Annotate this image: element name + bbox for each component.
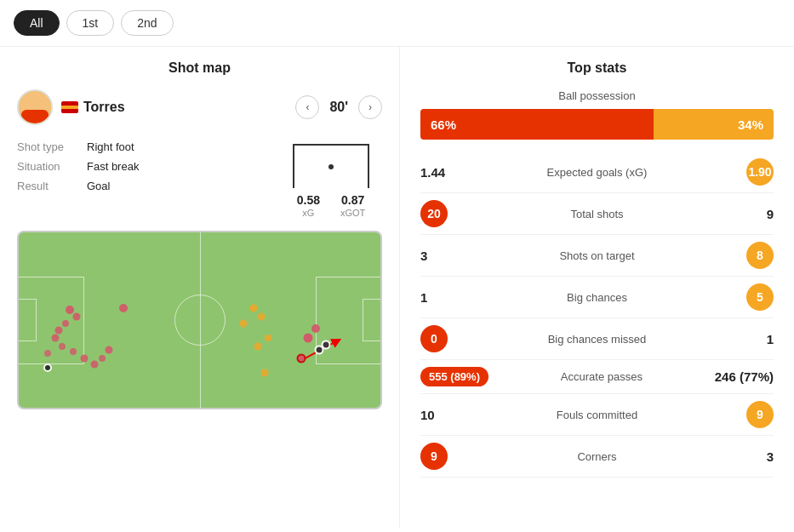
shot-dot	[265, 335, 271, 341]
player-info: Torres	[17, 89, 125, 125]
stat-row: 0Big chances missed1	[420, 318, 774, 360]
stat-label: Accurate passes	[488, 370, 715, 383]
stat-right: 1	[723, 332, 774, 346]
stat-right: 9	[723, 401, 774, 428]
shot-type-row: Shot type Right foot	[17, 140, 280, 153]
stat-left: 555 (89%)	[420, 367, 488, 386]
shot-dot	[80, 355, 88, 363]
xg-value: 0.58	[297, 193, 320, 207]
stat-left-value: 10	[420, 408, 435, 422]
prev-shot-button[interactable]: ‹	[295, 95, 319, 119]
shot-minute: 80'	[329, 100, 348, 115]
shot-dot	[44, 350, 51, 357]
stat-row: 9Corners3	[420, 436, 774, 478]
field-map	[17, 231, 382, 409]
shot-result-row: Result Goal	[17, 180, 280, 192]
stat-left-value: 1	[420, 290, 427, 305]
shot-result-value: Goal	[87, 180, 110, 192]
xg-item: 0.58 xG	[297, 193, 320, 219]
shot-dot	[257, 312, 265, 320]
shot-situation-row: Situation Fast break	[17, 160, 280, 173]
shot-dot	[239, 320, 247, 328]
shot-type-value: Right foot	[87, 140, 134, 153]
stat-left: 3	[420, 249, 471, 263]
stat-left: 20	[420, 200, 471, 227]
stat-left-badge-red: 20	[420, 200, 448, 227]
xgot-value: 0.87	[340, 193, 365, 207]
stat-label: Total shots	[471, 208, 723, 220]
stat-right-value: 3	[767, 449, 774, 464]
stat-right: 9	[723, 207, 774, 221]
stat-label: Shots on target	[471, 249, 723, 262]
xgot-item: 0.87 xGOT	[340, 193, 365, 219]
shot-dot	[261, 369, 269, 376]
stat-right-value: 1	[767, 332, 774, 346]
shot-dot	[106, 346, 113, 354]
stat-label: Expected goals (xG)	[471, 166, 723, 179]
main-layout: Shot map Torres ‹ 80' ›	[0, 47, 794, 528]
stat-label: Big chances	[471, 291, 723, 304]
stat-right: 5	[723, 283, 774, 311]
possession-red: 66%	[420, 109, 654, 140]
next-shot-button[interactable]: ›	[358, 95, 382, 119]
stat-right-badge-orange: 8	[746, 242, 774, 269]
stat-right-badge-orange: 1.90	[746, 158, 774, 186]
xg-row: 0.58 xG 0.87 xGOT	[297, 193, 366, 219]
shot-dot	[296, 354, 306, 363]
stat-left: 0	[420, 325, 471, 352]
shot-dot	[322, 340, 331, 349]
goal-dot	[328, 164, 334, 169]
left-panel: Shot map Torres ‹ 80' ›	[0, 47, 400, 528]
possession-bar: 66% 34%	[420, 109, 774, 140]
stat-left-badge-red: 0	[420, 325, 448, 352]
shot-dot	[59, 343, 66, 350]
possession-orange: 34%	[654, 109, 774, 140]
flag-icon	[61, 101, 78, 113]
stat-left-value: 3	[420, 249, 427, 263]
shot-situation-label: Situation	[17, 160, 77, 173]
stat-right-value: 9	[767, 207, 774, 221]
shot-result-label: Result	[17, 180, 77, 192]
stat-left-value: 1.44	[420, 165, 445, 180]
stat-left-badge-red-pill: 555 (89%)	[420, 367, 488, 386]
shot-details: Shot type Right foot Situation Fast brea…	[17, 140, 382, 219]
shot-info: Shot type Right foot Situation Fast brea…	[17, 140, 280, 219]
stats-container: 1.44Expected goals (xG)1.9020Total shots…	[420, 152, 774, 478]
possession-label: Ball possession	[420, 89, 774, 102]
right-panel: Top stats Ball possession 66% 34% 1.44Ex…	[400, 47, 794, 528]
stat-right: 3	[723, 449, 774, 464]
stat-label: Big chances missed	[471, 333, 723, 346]
shot-map-title: Shot map	[17, 60, 382, 76]
shot-dot	[250, 304, 258, 312]
goal-frame	[293, 144, 369, 188]
goal-right	[363, 299, 380, 340]
possession-left-pct: 66%	[431, 117, 456, 132]
shot-dot	[254, 342, 261, 350]
stat-left: 1.44	[420, 165, 471, 180]
center-circle	[174, 295, 226, 346]
stat-right: 1.90	[723, 158, 774, 186]
tab-all[interactable]: All	[14, 10, 60, 36]
stat-right-badge-orange: 9	[746, 401, 774, 428]
tab-1st[interactable]: 1st	[66, 10, 115, 36]
stat-left: 10	[420, 408, 471, 422]
top-stats-title: Top stats	[420, 60, 774, 76]
stat-left: 9	[420, 443, 471, 470]
stat-row: 10Fouls committed9	[420, 394, 774, 436]
nav-controls: ‹ 80' ›	[295, 95, 382, 119]
shot-dot	[62, 320, 69, 327]
shot-dot	[51, 334, 59, 341]
stat-row: 3Shots on target8	[420, 235, 774, 277]
tab-2nd[interactable]: 2nd	[121, 10, 173, 36]
stat-right-badge-orange: 5	[746, 283, 774, 311]
tabs-bar: All 1st 2nd	[0, 0, 794, 47]
stat-right: 246 (77%)	[715, 369, 774, 384]
stat-row: 20Total shots9	[420, 193, 774, 235]
shot-dot	[99, 355, 106, 362]
goal-diagram: 0.58 xG 0.87 xGOT	[280, 140, 382, 219]
stat-left: 1	[420, 290, 471, 305]
stat-label: Fouls committed	[471, 409, 723, 421]
stat-left-badge-red: 9	[420, 443, 448, 470]
shot-situation-value: Fast break	[87, 160, 139, 173]
shot-dot	[119, 304, 128, 312]
